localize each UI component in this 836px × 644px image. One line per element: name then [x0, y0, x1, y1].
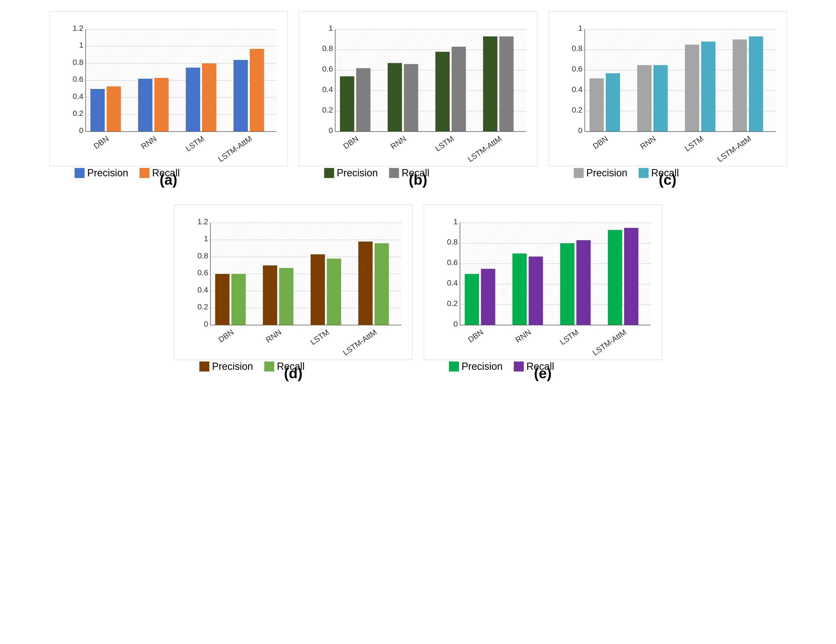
- svg-rect-17: [106, 86, 121, 132]
- svg-text:LSTM-AttM: LSTM-AttM: [716, 134, 753, 163]
- svg-text:0.8: 0.8: [198, 251, 208, 260]
- svg-rect-50: [435, 52, 450, 132]
- legend-item: Recall: [638, 167, 679, 179]
- svg-rect-44: [340, 76, 354, 131]
- svg-text:LSTM: LSTM: [184, 134, 206, 153]
- svg-rect-54: [499, 36, 514, 131]
- svg-text:1: 1: [578, 24, 583, 33]
- svg-text:0.6: 0.6: [73, 75, 83, 83]
- chart-d: 00.20.40.60.811.2DBNRNNLSTMLSTM-AttM Pre…: [174, 205, 413, 382]
- svg-text:LSTM-AttM: LSTM-AttM: [217, 134, 253, 163]
- svg-text:RNN: RNN: [514, 328, 532, 344]
- legend-color-box: [264, 362, 274, 372]
- legend-color-box: [574, 168, 584, 178]
- chart-legend-e: Precision Recall: [449, 361, 656, 372]
- svg-rect-102: [215, 274, 230, 325]
- legend-item: Precision: [449, 361, 503, 372]
- top-charts-row: 00.20.40.60.811.2DBNRNNLSTMLSTM-AttM Pre…: [49, 11, 787, 188]
- legend-item: Precision: [574, 167, 627, 179]
- svg-text:DBN: DBN: [92, 134, 110, 150]
- svg-text:LSTM: LSTM: [309, 328, 330, 347]
- legend-label: Precision: [87, 167, 128, 179]
- svg-text:LSTM-AttM: LSTM-AttM: [466, 134, 503, 163]
- svg-rect-75: [637, 65, 651, 132]
- chart-legend-d: Precision Recall: [199, 361, 407, 372]
- svg-text:0.6: 0.6: [572, 65, 583, 73]
- svg-rect-133: [513, 253, 527, 325]
- legend-color-box: [75, 168, 85, 178]
- svg-text:0.2: 0.2: [73, 109, 83, 117]
- svg-rect-22: [186, 68, 200, 132]
- svg-text:0: 0: [328, 126, 333, 135]
- svg-rect-72: [589, 78, 604, 132]
- svg-text:0.4: 0.4: [198, 285, 208, 294]
- svg-rect-140: [624, 228, 638, 325]
- svg-text:0.4: 0.4: [322, 85, 333, 94]
- svg-rect-23: [202, 64, 216, 132]
- svg-text:RNN: RNN: [638, 134, 657, 151]
- svg-rect-73: [606, 73, 620, 131]
- legend-color-box: [638, 168, 648, 178]
- svg-text:LSTM-AttM: LSTM-AttM: [591, 328, 628, 357]
- legend-label: Recall: [527, 361, 554, 372]
- svg-text:1: 1: [204, 234, 208, 243]
- svg-rect-103: [231, 274, 246, 325]
- svg-rect-53: [483, 36, 498, 131]
- chart-box-b: 00.20.40.60.81DBNRNNLSTMLSTM-AttM Precis…: [299, 11, 537, 166]
- svg-text:0: 0: [79, 126, 83, 135]
- legend-item: Precision: [199, 361, 253, 372]
- svg-rect-51: [451, 47, 466, 131]
- svg-text:0.4: 0.4: [73, 92, 83, 101]
- svg-text:RNN: RNN: [389, 134, 408, 151]
- svg-rect-130: [465, 274, 479, 325]
- svg-text:1: 1: [453, 217, 458, 226]
- svg-text:0.6: 0.6: [447, 258, 458, 267]
- chart-e: 00.20.40.60.81DBNRNNLSTMLSTM-AttM Precis…: [424, 205, 662, 382]
- svg-text:DBN: DBN: [591, 134, 609, 150]
- svg-rect-134: [529, 256, 543, 325]
- svg-text:1.2: 1.2: [198, 217, 208, 226]
- svg-rect-106: [279, 268, 293, 325]
- legend-item: Recall: [389, 167, 429, 179]
- svg-rect-45: [356, 68, 371, 132]
- svg-rect-109: [327, 259, 341, 325]
- legend-label: Precision: [212, 361, 253, 372]
- svg-text:0.2: 0.2: [447, 299, 458, 308]
- svg-text:LSTM: LSTM: [433, 134, 455, 153]
- legend-item: Recall: [139, 167, 180, 179]
- svg-text:1: 1: [79, 41, 83, 49]
- chart-legend-a: Precision Recall: [75, 167, 282, 179]
- svg-rect-136: [560, 243, 575, 325]
- svg-rect-108: [310, 254, 325, 325]
- legend-color-box: [389, 168, 399, 178]
- chart-box-c: 00.20.40.60.81DBNRNNLSTMLSTM-AttM Precis…: [549, 11, 787, 166]
- svg-text:LSTM: LSTM: [683, 134, 705, 153]
- svg-text:LSTM-AttM: LSTM-AttM: [341, 328, 378, 357]
- svg-rect-26: [250, 49, 264, 131]
- legend-item: Precision: [324, 167, 378, 179]
- legend-color-box: [324, 168, 334, 178]
- chart-a: 00.20.40.60.811.2DBNRNNLSTMLSTM-AttM Pre…: [49, 11, 288, 188]
- svg-rect-76: [653, 65, 668, 132]
- svg-text:LSTM: LSTM: [558, 328, 580, 347]
- svg-rect-20: [154, 78, 168, 132]
- svg-rect-139: [608, 230, 622, 325]
- svg-rect-79: [701, 42, 715, 132]
- svg-text:0.8: 0.8: [447, 238, 458, 246]
- svg-text:0: 0: [578, 126, 583, 135]
- legend-label: Precision: [337, 167, 378, 179]
- legend-color-box: [139, 168, 149, 178]
- legend-color-box: [514, 362, 524, 372]
- svg-text:1.2: 1.2: [73, 24, 83, 33]
- svg-text:0.6: 0.6: [198, 268, 208, 277]
- svg-text:0: 0: [204, 320, 208, 328]
- svg-rect-82: [749, 36, 763, 131]
- svg-rect-137: [576, 240, 591, 325]
- svg-text:0.4: 0.4: [447, 279, 458, 287]
- chart-legend-b: Precision Recall: [324, 167, 532, 179]
- legend-label: Recall: [277, 361, 305, 372]
- svg-text:0.8: 0.8: [73, 58, 83, 67]
- svg-text:0.2: 0.2: [198, 302, 208, 311]
- svg-rect-47: [388, 63, 402, 131]
- svg-rect-131: [481, 269, 495, 325]
